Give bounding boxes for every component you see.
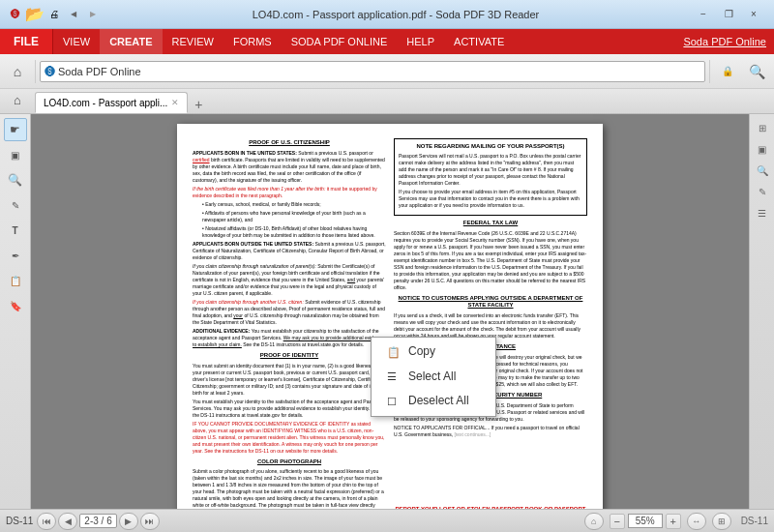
deselect-all-menu-item[interactable]: ☐ Deselect All xyxy=(372,389,495,414)
statusbar-right: ⌂ − 55% + ↔ ⊞ DS-11 xyxy=(584,513,768,530)
page-indicator: 2-3 / 6 xyxy=(79,514,116,528)
mailing-note-title: NOTE REGARDING MAILING OF YOUR PASSPORT(… xyxy=(399,143,582,151)
deselect-all-label: Deselect All xyxy=(408,394,469,409)
zoom-in-btn[interactable]: + xyxy=(666,514,681,529)
app-icon: 🅢 xyxy=(8,7,23,22)
tab-bar: ⌂ LO4D.com - Passport appli... ✕ + xyxy=(0,89,774,114)
proof-born-outside: APPLICANTS BORN OUTSIDE THE UNITED STATE… xyxy=(193,241,386,261)
nav-next-btn[interactable]: ▶ xyxy=(119,513,138,530)
proof-bullet-3: • Notarized affidavits (or DS-10, Birth … xyxy=(202,225,386,239)
proof-additional-evidence: ADDITIONAL EVIDENCE: You must establish … xyxy=(193,328,386,348)
sidebar-right-btn-4[interactable]: ✎ xyxy=(753,182,772,201)
deselect-all-icon: ☐ xyxy=(387,395,401,408)
home-toolbar-btn[interactable]: ⌂ xyxy=(4,58,31,85)
back-arrow-icon: ◀ xyxy=(66,7,81,22)
menu-create[interactable]: CREATE xyxy=(100,29,162,54)
menu-file[interactable]: FILE xyxy=(0,29,53,54)
search-toolbar-btn[interactable]: 🔍 xyxy=(743,58,770,85)
federal-tax-title: FEDERAL TAX LAW xyxy=(394,220,587,227)
tab-home-btn[interactable]: ⌂ xyxy=(4,86,31,113)
new-tab-btn[interactable]: + xyxy=(190,96,207,113)
identity-cannot: IF YOU CANNOT PROVIDE DOCUMENTARY EVIDEN… xyxy=(193,421,386,455)
sidebar-left: ☛ ▣ 🔍 ✎ T ✒ 📋 🔖 xyxy=(0,114,31,509)
color-photo-title: COLOR PHOTOGRAPH xyxy=(193,458,386,466)
address-bar[interactable]: 🅢 Soda PDF Online xyxy=(40,61,705,82)
hand-tool-btn[interactable]: ☛ xyxy=(4,118,27,141)
menu-items: VIEW CREATE REVIEW FORMS SODA PDF ONLINE… xyxy=(53,29,514,54)
close-button[interactable]: × xyxy=(741,6,766,23)
status-time: DS-11 xyxy=(741,516,768,526)
copy-menu-item[interactable]: 📋 Copy xyxy=(372,340,495,365)
forward-arrow-icon: ▶ xyxy=(85,7,101,22)
sidebar-right-btn-2[interactable]: ▣ xyxy=(753,139,772,159)
zoom-level-display: 55% xyxy=(628,514,663,528)
toolbar: ⌂ 🅢 Soda PDF Online 🔒 🔍 xyxy=(0,54,774,89)
menu-soda-online[interactable]: SODA PDF ONLINE xyxy=(282,29,398,54)
mailing-email-text: If you choose to provide your email addr… xyxy=(399,189,582,209)
zoom-out-btn[interactable]: − xyxy=(610,514,625,529)
copy-label: Copy xyxy=(408,344,435,360)
office-applicants-text: NOTICE TO APPLICANTS FOR OFFICIAL... If … xyxy=(394,425,587,438)
proof-naturalization: If you claim citizenship through natural… xyxy=(193,263,386,297)
fit-width-btn[interactable]: ↔ xyxy=(687,513,706,530)
select-tool-btn[interactable]: ▣ xyxy=(4,143,27,166)
proof-bullet-1: • Early census, school, medical, or fami… xyxy=(202,201,386,208)
nav-last-btn[interactable]: ⏭ xyxy=(140,513,160,530)
menu-help[interactable]: HELP xyxy=(397,29,444,54)
tab-close-btn[interactable]: ✕ xyxy=(171,98,179,107)
stamp-btn[interactable]: 📋 xyxy=(4,269,27,292)
proof-citizenship-title: PROOF OF U.S. CITIZENSHIP xyxy=(193,139,386,147)
notice-customers-title: NOTICE TO CUSTOMERS APPLYING OUTSIDE A D… xyxy=(394,295,587,310)
menubar: FILE VIEW CREATE REVIEW FORMS SODA PDF O… xyxy=(0,29,774,54)
text-tool-btn[interactable]: T xyxy=(4,219,27,242)
window-title: LO4D.com - Passport application.pdf - So… xyxy=(101,9,691,20)
soda-online-link[interactable]: Soda PDF Online xyxy=(683,36,766,47)
context-menu: 📋 Copy ☰ Select All ☐ Deselect All xyxy=(371,337,496,417)
menu-forms[interactable]: FORMS xyxy=(223,29,282,54)
pdf-left-col: PROOF OF U.S. CITIZENSHIP APPLICANTS BOR… xyxy=(193,135,386,509)
minimize-button[interactable]: − xyxy=(691,6,716,23)
sidebar-right-btn-3[interactable]: 🔍 xyxy=(753,161,772,180)
select-all-menu-item[interactable]: ☰ Select All xyxy=(372,365,495,390)
nav-prev-btn[interactable]: ◀ xyxy=(58,513,77,530)
sidebar-right-btn-1[interactable]: ⊞ xyxy=(753,118,772,137)
statusbar-left: DS-11 xyxy=(6,516,33,526)
home-status-btn[interactable]: ⌂ xyxy=(584,513,604,530)
page-current: 2-3 xyxy=(84,516,98,526)
soda-address-icon: 🅢 xyxy=(45,66,55,77)
copy-icon: 📋 xyxy=(387,345,401,359)
main-layout: ☛ ▣ 🔍 ✎ T ✒ 📋 🔖 PROOF OF U.S. CITIZENSHI… xyxy=(0,114,774,509)
pdf-page: PROOF OF U.S. CITIZENSHIP APPLICANTS BOR… xyxy=(177,124,603,509)
lost-title: REPORT YOUR LOST OR STOLEN PASSPORT BOOK… xyxy=(394,506,587,509)
zoom-tool-btn[interactable]: 🔍 xyxy=(4,168,27,192)
menu-activate[interactable]: ACTIVATE xyxy=(444,29,514,54)
statusbar: DS-11 ⏮ ◀ 2-3 / 6 ▶ ⏭ ⌂ − 55% + ↔ ⊞ DS-1… xyxy=(0,509,774,532)
fit-page-btn[interactable]: ⊞ xyxy=(712,513,731,530)
restore-button[interactable]: ❐ xyxy=(716,6,741,23)
draw-tool-btn[interactable]: ✒ xyxy=(4,244,27,267)
menu-review[interactable]: REVIEW xyxy=(163,29,223,54)
menu-view[interactable]: VIEW xyxy=(53,29,100,54)
main-content: PROOF OF U.S. CITIZENSHIP APPLICANTS BOR… xyxy=(31,114,749,509)
nav-first-btn[interactable]: ⏮ xyxy=(37,513,56,530)
titlebar: 🅢 📂 🖨 ◀ ▶ LO4D.com - Passport applicatio… xyxy=(0,0,774,29)
annotation-btn[interactable]: ✎ xyxy=(4,193,27,217)
sidebar-right: ⊞ ▣ 🔍 ✎ ☰ xyxy=(749,114,774,509)
select-all-icon: ☰ xyxy=(387,369,401,383)
minimize-icon: 📂 xyxy=(27,7,43,22)
bookmark-btn[interactable]: 🔖 xyxy=(4,294,27,317)
pdf-right-col: NOTE REGARDING MAILING OF YOUR PASSPORT(… xyxy=(394,135,587,509)
federal-tax-text: Section 6039E of the Internal Revenue Co… xyxy=(394,230,587,291)
identity-text-2: You must establish your identity to the … xyxy=(193,399,386,419)
address-text: Soda PDF Online xyxy=(58,66,141,77)
identity-text-1: You must submit an identity document tha… xyxy=(193,363,386,397)
tab-title: LO4D.com - Passport appli... xyxy=(44,98,167,108)
sidebar-right-btn-5[interactable]: ☰ xyxy=(753,203,772,222)
proof-born-us-text: APPLICANTS BORN IN THE UNITED STATES: Su… xyxy=(193,150,386,184)
select-all-label: Select All xyxy=(408,369,456,385)
color-photo-text: Submit a color photograph of you alone, … xyxy=(193,468,386,509)
tools-btn[interactable]: 🔒 xyxy=(714,58,741,85)
proof-additional: If you claim citizenship through another… xyxy=(193,299,386,326)
main-tab[interactable]: LO4D.com - Passport appli... ✕ xyxy=(35,92,188,113)
window-controls: − ❐ × xyxy=(691,6,766,23)
